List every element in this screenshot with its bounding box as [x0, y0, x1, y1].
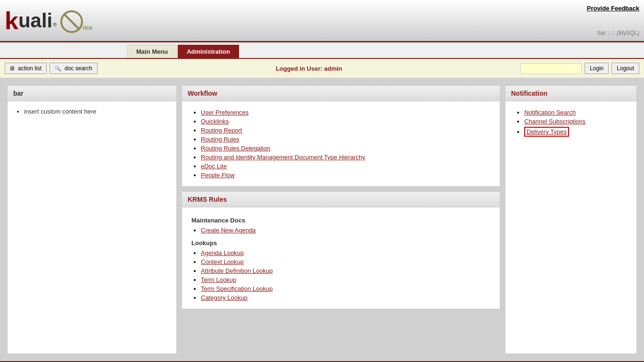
login-button[interactable]: Login — [585, 63, 609, 74]
workflow-link[interactable]: Routing Rules — [201, 136, 239, 143]
workflow-link[interactable]: User Preferences — [201, 109, 248, 116]
nav-tab-main-menu[interactable]: Main Menu — [127, 45, 177, 58]
notification-link-item: Channel Subscriptions — [524, 118, 627, 125]
workflow-link[interactable]: Quicklinks — [201, 118, 229, 125]
workflow-panel-body: User PreferencesQuicklinksRouting Report… — [182, 101, 500, 186]
notification-link-item: Delivery Types — [524, 127, 627, 137]
lookup-link-item: Term Specification Lookup — [201, 285, 490, 292]
notification-panel: Notification Notification SearchChannel … — [505, 85, 637, 354]
workflow-panel: Workflow User PreferencesQuicklinksRouti… — [182, 85, 500, 187]
workflow-link-item: People Flow — [201, 172, 490, 179]
krms-panel-body: Maintenance Docs Create New Agenda Looku… — [182, 207, 500, 309]
logo-k: k — [5, 7, 18, 35]
action-buttons: action list doc search — [5, 63, 98, 74]
logo-text: kuali ® — [5, 7, 57, 35]
action-bar: action list doc search Logged in User: a… — [0, 59, 644, 78]
lookup-link-item: Term Lookup — [201, 276, 490, 283]
svg-line-1 — [64, 14, 80, 30]
action-list-button[interactable]: action list — [5, 63, 47, 74]
notification-link[interactable]: Notification Search — [524, 109, 576, 116]
doc-search-button[interactable]: doc search — [50, 63, 98, 74]
krms-panel: KRMS Rules Maintenance Docs Create New A… — [182, 191, 500, 309]
lookups-title: Lookups — [191, 239, 490, 247]
workflow-link-item: Routing Rules Delegation — [201, 145, 490, 152]
login-input[interactable] — [520, 63, 582, 74]
notification-link-item: Notification Search — [524, 109, 627, 116]
workflow-link[interactable]: Routing and Identity Management Document… — [201, 154, 365, 161]
header: kuali ® rice Provide Feedback bar :: :: … — [0, 0, 644, 42]
lookup-links: Agenda LookupContext LookupAttribute Def… — [191, 249, 490, 301]
db-info: bar :: :: (MySQL) — [597, 30, 639, 36]
left-panel: bar insert custom content here — [7, 85, 177, 354]
maintenance-links: Create New Agenda — [191, 227, 490, 234]
maintenance-docs-title: Maintenance Docs — [191, 217, 490, 224]
notification-link[interactable]: Delivery Types — [524, 127, 569, 137]
custom-content-item: insert custom content here — [24, 108, 169, 115]
maintenance-link[interactable]: Create New Agenda — [201, 227, 256, 234]
main-content: bar insert custom content here Workflow … — [0, 78, 644, 361]
doc-search-label: doc search — [65, 65, 92, 72]
login-area: Login Logout — [520, 63, 639, 74]
notification-link[interactable]: Channel Subscriptions — [524, 118, 586, 125]
logo-icon — [59, 9, 85, 35]
workflow-link[interactable]: People Flow — [201, 172, 235, 179]
workflow-link-item: Routing and Identity Management Document… — [201, 154, 490, 161]
workflow-link-item: Routing Rules — [201, 136, 490, 143]
left-panel-header: bar — [8, 86, 176, 101]
logged-in-user: Logged in User: admin — [276, 65, 342, 72]
lookup-link[interactable]: Agenda Lookup — [201, 249, 244, 256]
navbar: Main Menu Administration — [0, 42, 644, 59]
logo-rice: rice — [83, 24, 92, 31]
lookup-link-item: Category Lookup — [201, 294, 490, 301]
krms-panel-header: KRMS Rules — [182, 192, 500, 207]
lookup-link-item: Context Lookup — [201, 258, 490, 265]
notification-panel-header: Notification — [505, 86, 636, 101]
workflow-link[interactable]: Routing Report — [201, 127, 242, 134]
notification-links: Notification SearchChannel Subscriptions… — [515, 109, 627, 137]
lookup-link[interactable]: Term Specification Lookup — [201, 285, 272, 292]
lookup-link[interactable]: Term Lookup — [201, 276, 236, 283]
lookup-link-item: Attribute Definition Lookup — [201, 267, 490, 274]
workflow-link[interactable]: Routing Rules Delegation — [201, 145, 270, 152]
workflow-link[interactable]: eDoc Lite — [201, 163, 227, 170]
workflow-links: User PreferencesQuicklinksRouting Report… — [191, 109, 490, 179]
logout-button[interactable]: Logout — [611, 63, 639, 74]
logo-uali: uali — [18, 9, 52, 32]
nav-tab-administration[interactable]: Administration — [178, 45, 239, 58]
workflow-link-item: User Preferences — [201, 109, 490, 116]
action-list-label: action list — [18, 65, 41, 72]
lookup-link-item: Agenda Lookup — [201, 249, 490, 256]
left-panel-body: insert custom content here — [8, 101, 176, 122]
notification-panel-body: Notification SearchChannel Subscriptions… — [505, 101, 636, 144]
maintenance-link-item: Create New Agenda — [201, 227, 490, 234]
logo-registered: ® — [53, 22, 57, 27]
workflow-link-item: Routing Report — [201, 127, 490, 134]
feedback-link[interactable]: Provide Feedback — [587, 5, 639, 12]
middle-panel: Workflow User PreferencesQuicklinksRouti… — [182, 85, 500, 354]
workflow-link-item: eDoc Lite — [201, 163, 490, 170]
workflow-panel-header: Workflow — [182, 86, 500, 101]
doc-icon — [55, 65, 63, 72]
logo-area: kuali ® rice — [5, 7, 92, 35]
lookup-link[interactable]: Context Lookup — [201, 258, 244, 265]
table-icon — [10, 65, 16, 72]
lookup-link[interactable]: Attribute Definition Lookup — [201, 267, 272, 274]
workflow-link-item: Quicklinks — [201, 118, 490, 125]
lookup-link[interactable]: Category Lookup — [201, 294, 248, 301]
